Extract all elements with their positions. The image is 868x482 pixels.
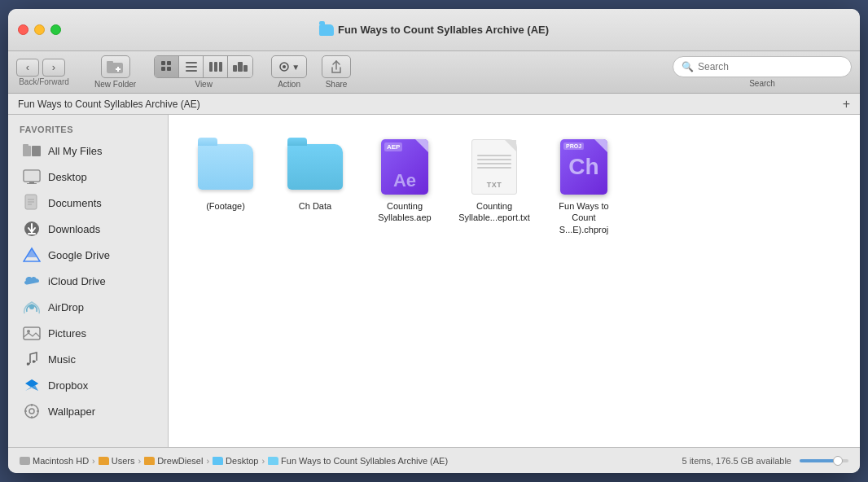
- desktop-icon: [23, 168, 41, 186]
- breadcrumb-users-label: Users: [112, 456, 135, 466]
- file-item-aep[interactable]: AEP Ae Counting Syllables.aep: [364, 131, 445, 242]
- column-view-button[interactable]: [204, 55, 228, 78]
- all-my-files-icon: [23, 142, 41, 160]
- sidebar-item-label: Music: [48, 353, 76, 366]
- toolbar: ‹ › Back/Forward New Folder: [8, 51, 860, 94]
- svg-rect-4: [161, 61, 165, 65]
- pathbar-title: Fun Ways to Count Syllables Archive (AE): [18, 99, 200, 110]
- sidebar-item-dropbox[interactable]: Dropbox: [11, 372, 164, 398]
- file-item-footage[interactable]: (Footage): [185, 131, 266, 242]
- svg-point-18: [283, 65, 286, 68]
- wallpaper-icon: [23, 402, 41, 420]
- search-box[interactable]: 🔍: [673, 56, 852, 77]
- file-item-chproj[interactable]: PROJ Ch Fun Ways to Count S...E).chproj: [543, 131, 625, 242]
- aep-icon-container: AEP Ae: [375, 138, 434, 196]
- share-icon: [329, 59, 344, 74]
- svg-rect-8: [186, 62, 197, 64]
- share-button[interactable]: [322, 55, 351, 78]
- sidebar: Favorites All My Files: [8, 115, 169, 447]
- sidebar-item-label: Documents: [48, 197, 102, 209]
- sidebar-item-label: All My Files: [48, 145, 102, 157]
- share-group[interactable]: Share: [322, 55, 351, 89]
- search-input[interactable]: [698, 61, 843, 72]
- list-view-button[interactable]: [179, 55, 204, 78]
- chproj-file-icon: PROJ Ch: [560, 139, 607, 195]
- action-button[interactable]: ▼: [271, 55, 307, 78]
- sidebar-item-google-drive[interactable]: Google Drive: [11, 242, 164, 268]
- sidebar-item-label: Dropbox: [48, 379, 88, 392]
- item-count: 5 items, 176.5 GB available: [682, 456, 791, 466]
- back-button[interactable]: ‹: [16, 59, 39, 77]
- statusbar-right: 5 items, 176.5 GB available: [682, 456, 848, 466]
- aep-file-icon: AEP Ae: [381, 139, 428, 195]
- breadcrumb: Macintosh HD › Users › DrewDiesel › Desk…: [20, 456, 448, 466]
- sidebar-item-label: Pictures: [48, 327, 86, 340]
- zoom-slider[interactable]: [800, 459, 848, 462]
- svg-rect-12: [214, 62, 217, 72]
- breadcrumb-desktop-label: Desktop: [226, 456, 258, 466]
- file-item-ch-data[interactable]: Ch Data: [274, 131, 356, 242]
- footage-folder-icon: [198, 144, 253, 190]
- sidebar-item-label: iCloud Drive: [48, 275, 106, 287]
- txt-badge: TXT: [487, 181, 502, 189]
- slider-thumb[interactable]: [833, 456, 843, 466]
- action-group[interactable]: ▼ Action: [271, 55, 307, 89]
- forward-button[interactable]: ›: [42, 59, 65, 77]
- breadcrumb-desktop[interactable]: Desktop: [213, 456, 258, 466]
- icon-view-button[interactable]: [155, 55, 179, 78]
- svg-rect-37: [24, 327, 40, 340]
- dropbox-icon: [23, 376, 41, 394]
- sidebar-item-wallpaper[interactable]: Wallpaper: [11, 398, 164, 424]
- airdrop-icon: [23, 298, 41, 316]
- new-folder-label: New Folder: [94, 80, 136, 89]
- svg-rect-20: [32, 146, 41, 156]
- view-label: View: [195, 80, 213, 89]
- svg-rect-15: [238, 62, 243, 72]
- sidebar-item-documents[interactable]: Documents: [11, 190, 164, 216]
- sidebar-item-all-my-files[interactable]: All My Files: [11, 138, 164, 164]
- ch-data-folder-icon: [287, 144, 343, 190]
- icloud-drive-icon: [23, 272, 41, 290]
- minimize-button[interactable]: [34, 24, 45, 35]
- file-item-txt[interactable]: TXT Counting Syllable...eport.txt: [454, 131, 535, 242]
- close-button[interactable]: [18, 24, 28, 35]
- sidebar-item-music[interactable]: Music: [11, 346, 164, 372]
- finder-window: Fun Ways to Count Syllables Archive (AE)…: [8, 9, 860, 473]
- breadcrumb-archive[interactable]: Fun Ways to Count Syllables Archive (AE): [268, 456, 448, 466]
- svg-point-42: [29, 409, 34, 414]
- breadcrumb-users[interactable]: Users: [99, 456, 135, 466]
- sidebar-item-icloud-drive[interactable]: iCloud Drive: [11, 268, 164, 294]
- sidebar-item-airdrop[interactable]: AirDrop: [11, 294, 164, 320]
- breadcrumb-folder-icon: [144, 457, 155, 465]
- svg-rect-13: [219, 62, 222, 72]
- breadcrumb-folder-icon: [213, 457, 223, 465]
- sidebar-item-downloads[interactable]: Downloads: [11, 216, 164, 242]
- sidebar-item-desktop[interactable]: Desktop: [11, 164, 164, 190]
- hd-icon: [20, 457, 30, 465]
- window-title: Fun Ways to Count Syllables Archive (AE): [338, 24, 549, 36]
- sidebar-item-label: Downloads: [48, 223, 100, 235]
- ch-data-icon-container: [286, 138, 344, 196]
- txt-file-icon: TXT: [471, 139, 517, 195]
- txt-lines: [472, 155, 516, 169]
- sidebar-item-pictures[interactable]: Pictures: [11, 320, 164, 346]
- main-content: Favorites All My Files: [8, 115, 860, 447]
- cover-flow-button[interactable]: [228, 55, 252, 78]
- sidebar-item-label: Desktop: [48, 171, 87, 183]
- svg-rect-7: [167, 67, 171, 71]
- txt-icon-container: TXT: [465, 138, 524, 196]
- search-label: Search: [749, 79, 775, 88]
- cover-flow-icon: [233, 62, 248, 72]
- breadcrumb-drewdiesel[interactable]: DrewDiesel: [144, 456, 203, 466]
- footage-label: (Footage): [206, 200, 245, 212]
- window-title-area: Fun Ways to Count Syllables Archive (AE): [319, 24, 549, 36]
- title-folder-icon: [319, 24, 334, 36]
- add-tab-button[interactable]: +: [843, 97, 850, 112]
- breadcrumb-hd[interactable]: Macintosh HD: [20, 456, 89, 466]
- gear-icon: [278, 61, 290, 72]
- new-folder-group[interactable]: New Folder: [94, 55, 136, 89]
- svg-rect-10: [186, 70, 197, 72]
- traffic-lights: [18, 24, 61, 35]
- new-folder-button[interactable]: [101, 55, 130, 78]
- maximize-button[interactable]: [50, 24, 61, 35]
